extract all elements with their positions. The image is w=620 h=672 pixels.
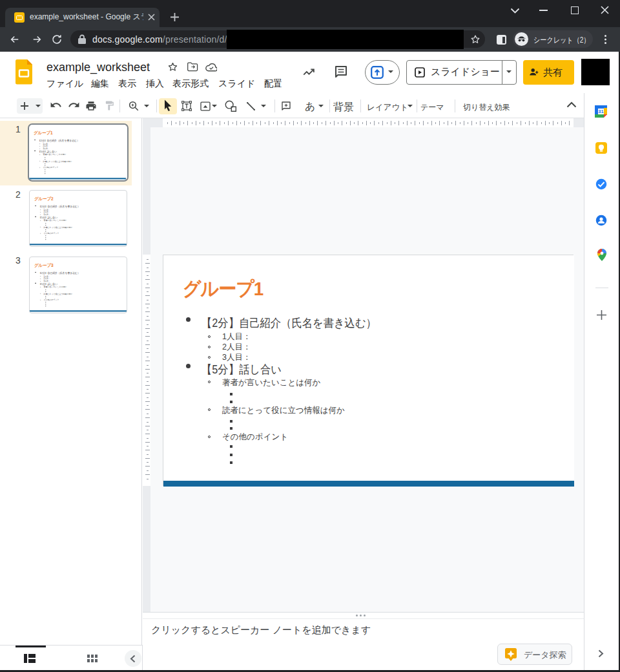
svg-text:31: 31 — [598, 109, 603, 114]
